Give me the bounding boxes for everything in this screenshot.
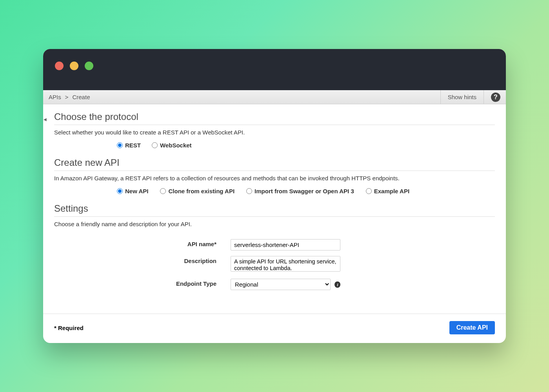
endpoint-select[interactable]: Regional: [231, 279, 331, 290]
api-name-input[interactable]: [231, 239, 340, 250]
create-import-input[interactable]: [246, 188, 252, 194]
create-example-radio[interactable]: Example API: [366, 188, 409, 194]
create-import-label: Import from Swagger or Open API 3: [255, 188, 354, 194]
description-textarea[interactable]: [231, 256, 340, 272]
protocol-rest-radio[interactable]: REST: [117, 142, 141, 149]
breadcrumb: APIs > Create: [49, 94, 90, 100]
protocol-websocket-radio[interactable]: WebSocket: [152, 142, 192, 149]
settings-description: Choose a friendly name and description f…: [54, 221, 495, 227]
help-icon[interactable]: ?: [491, 93, 500, 102]
settings-form: API name* Description Endpoint Type Regi…: [54, 239, 495, 290]
api-name-row: API name*: [54, 239, 495, 250]
protocol-websocket-input[interactable]: [152, 142, 158, 148]
toolbar: APIs > Create Show hints ?: [43, 90, 506, 104]
protocol-heading: Choose the protocol: [54, 111, 495, 125]
create-clone-label: Clone from existing API: [168, 188, 235, 194]
titlebar: [43, 49, 506, 90]
protocol-description: Select whether you would like to create …: [54, 129, 495, 136]
create-example-label: Example API: [374, 188, 409, 194]
create-new-label: New API: [125, 188, 148, 194]
toolbar-divider: [440, 90, 441, 104]
create-new-input[interactable]: [117, 188, 123, 194]
protocol-rest-label: REST: [125, 142, 141, 149]
api-name-label: API name*: [54, 239, 231, 247]
protocol-radio-group: REST WebSocket: [117, 142, 495, 149]
protocol-rest-input[interactable]: [117, 142, 123, 148]
minimize-window-icon[interactable]: [70, 62, 78, 70]
create-clone-input[interactable]: [160, 188, 166, 194]
footer: * Required Create API: [43, 314, 506, 343]
protocol-websocket-label: WebSocket: [160, 142, 192, 149]
settings-heading: Settings: [54, 203, 495, 217]
description-row: Description: [54, 256, 495, 273]
create-new-radio[interactable]: New API: [117, 188, 148, 194]
breadcrumb-current: Create: [72, 94, 90, 100]
endpoint-label: Endpoint Type: [54, 279, 231, 287]
breadcrumb-separator: >: [65, 94, 69, 100]
endpoint-row: Endpoint Type Regional i: [54, 279, 495, 290]
create-clone-radio[interactable]: Clone from existing API: [160, 188, 235, 194]
sidebar-collapse-icon[interactable]: ◀: [43, 115, 47, 123]
create-example-input[interactable]: [366, 188, 372, 194]
breadcrumb-root[interactable]: APIs: [49, 94, 61, 100]
close-window-icon[interactable]: [55, 62, 64, 70]
create-api-button[interactable]: Create API: [449, 321, 495, 334]
create-radio-group: New API Clone from existing API Import f…: [117, 188, 495, 194]
app-window: APIs > Create Show hints ? ◀ Choose the …: [43, 49, 506, 343]
maximize-window-icon[interactable]: [85, 62, 93, 70]
toolbar-divider: [484, 90, 484, 104]
traffic-lights: [55, 62, 93, 70]
create-description: In Amazon API Gateway, a REST API refers…: [54, 175, 495, 181]
info-icon[interactable]: i: [334, 281, 340, 288]
description-label: Description: [54, 256, 231, 264]
show-hints-link[interactable]: Show hints: [448, 94, 476, 100]
main-content: ◀ Choose the protocol Select whether you…: [43, 104, 506, 314]
required-note: * Required: [54, 325, 84, 331]
create-heading: Create new API: [54, 157, 495, 171]
create-import-radio[interactable]: Import from Swagger or Open API 3: [246, 188, 354, 194]
